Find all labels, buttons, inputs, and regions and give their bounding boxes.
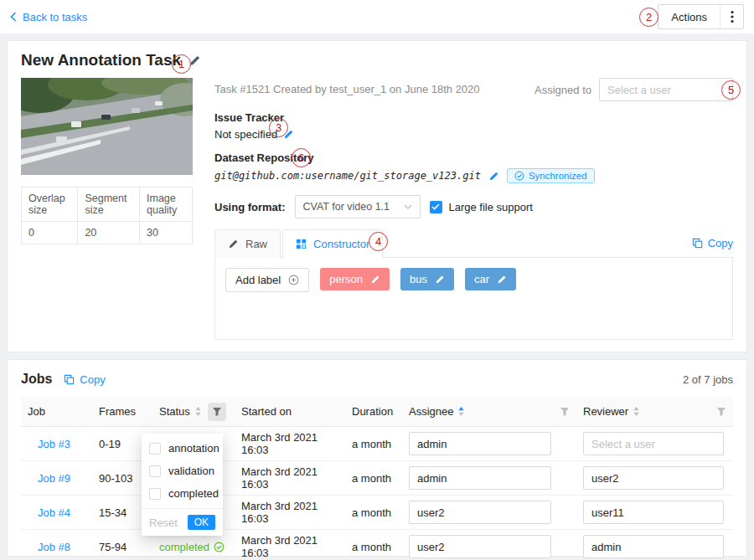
column-started: Started on [235, 405, 345, 418]
dataset-repository-url: git@github.com:username/git_storage_v123… [214, 170, 481, 182]
issue-tracker-label: Issue Tracker [214, 111, 733, 124]
column-assignee[interactable]: Assignee [402, 405, 576, 418]
labels-copy-label: Copy [708, 237, 733, 249]
reviewer-input[interactable] [583, 432, 724, 455]
task-preview-column: Overlap size Segment size Image quality … [21, 78, 193, 340]
filter-reset-button[interactable]: Reset [149, 516, 178, 529]
filter-option-annotation[interactable]: annotation [142, 437, 223, 460]
filter-icon [212, 407, 222, 417]
chevron-left-icon [10, 12, 17, 22]
copy-icon [692, 238, 703, 249]
task-card: New Annotation Task [7, 40, 747, 352]
assignee-input[interactable] [409, 535, 551, 558]
job-link[interactable]: Job #8 [38, 541, 70, 553]
tab-raw[interactable]: Raw [214, 229, 281, 258]
reviewer-input[interactable] [583, 466, 724, 490]
param-value-quality: 30 [140, 222, 193, 244]
param-value-segment: 20 [78, 222, 140, 244]
filter-option-validation-label: validation [168, 465, 214, 477]
check-circle-icon [514, 171, 524, 181]
column-status[interactable]: Status [152, 403, 235, 421]
duration-cell: a month [345, 438, 402, 450]
large-file-checkbox[interactable] [430, 201, 442, 213]
checkbox-icon[interactable] [149, 465, 161, 477]
sorter-icon[interactable] [194, 406, 202, 417]
filter-option-completed[interactable]: completed [142, 482, 223, 505]
labels-copy-button[interactable]: Copy [692, 237, 733, 249]
task-meta: Task #1521 Created by test_user_1 on Jun… [214, 78, 480, 95]
pencil-icon[interactable] [370, 275, 380, 285]
column-frames: Frames [92, 405, 152, 418]
more-menu-button[interactable] [720, 5, 743, 28]
assignee-input[interactable] [409, 466, 551, 490]
duration-cell: a month [345, 472, 402, 485]
job-link[interactable]: Job #9 [38, 472, 70, 485]
assigned-to-input[interactable] [599, 78, 733, 101]
format-select[interactable]: CVAT for video 1.1 [295, 195, 421, 218]
add-label-button[interactable]: Add label [225, 268, 309, 292]
filter-option-completed-label: completed [168, 487, 219, 500]
large-file-label: Large file support [449, 201, 533, 213]
status-filter-button[interactable] [208, 403, 226, 421]
job-link[interactable]: Job #3 [38, 438, 70, 450]
checkbox-icon[interactable] [149, 488, 161, 500]
tab-constructor[interactable]: Constructor [282, 229, 383, 258]
reviewer-input[interactable] [583, 535, 724, 558]
param-header-quality: Image quality [140, 188, 193, 222]
callout-4: 4 [369, 232, 388, 251]
add-label-text: Add label [235, 274, 281, 286]
started-cell: March 3rd 2021 16:03 [235, 465, 345, 491]
sync-status-badge: Synchronized [507, 168, 595, 183]
actions-button[interactable]: Actions [658, 4, 744, 29]
job-link[interactable]: Job #4 [38, 506, 70, 519]
sync-badge-label: Synchronized [529, 171, 587, 181]
filter-option-validation[interactable]: validation [142, 460, 223, 482]
check-circle-icon [214, 542, 225, 552]
table-row: Job #4 15-34 March 3rd 2021 16:03 a mont… [21, 496, 733, 530]
table-row: Job #9 90-103 March 3rd 2021 16:03 a mon… [21, 461, 733, 496]
edit-repository-icon[interactable] [488, 171, 499, 182]
label-chip-car-text: car [474, 273, 489, 285]
filter-option-annotation-label: annotation [168, 442, 219, 455]
pencil-icon[interactable] [435, 275, 445, 285]
label-chip-bus[interactable]: bus [400, 268, 454, 290]
label-chip-person[interactable]: person [320, 268, 390, 290]
sorter-icon[interactable] [457, 406, 465, 417]
reviewer-input[interactable] [583, 501, 724, 524]
pencil-icon[interactable] [497, 275, 507, 285]
column-reviewer[interactable]: Reviewer [576, 405, 733, 418]
jobs-copy-label: Copy [80, 373, 105, 386]
assignee-input[interactable] [409, 432, 551, 455]
started-cell: March 3rd 2021 16:03 [235, 500, 345, 525]
jobs-copy-button[interactable]: Copy [64, 373, 105, 386]
issue-tracker-value: Not specified [214, 128, 277, 141]
filter-ok-button[interactable]: OK [188, 515, 215, 530]
table-row: Job #8 75-94 completed March 3rd 2021 16… [21, 530, 733, 560]
task-params-table: Overlap size Segment size Image quality … [21, 187, 193, 244]
callout-1: 1 [172, 54, 191, 74]
format-select-value: CVAT for video 1.1 [303, 201, 404, 213]
duration-cell: a month [345, 541, 402, 553]
callout-2: 2 [639, 8, 658, 27]
callout-5: 5 [721, 80, 741, 100]
checkbox-icon[interactable] [149, 443, 161, 455]
jobs-count: 2 of 7 jobs [683, 373, 733, 386]
reviewer-filter-button[interactable] [716, 407, 726, 417]
chevron-down-icon [404, 204, 412, 209]
started-cell: March 3rd 2021 16:03 [235, 431, 345, 456]
status-cell: completed [159, 541, 225, 553]
assignee-filter-button[interactable] [560, 407, 570, 417]
column-status-label: Status [159, 405, 190, 418]
column-assignee-label: Assignee [409, 405, 453, 418]
label-chip-car[interactable]: car [465, 268, 516, 290]
back-label: Back to tasks [23, 11, 87, 23]
tab-raw-label: Raw [245, 238, 267, 250]
back-link[interactable]: Back to tasks [10, 11, 87, 23]
label-chip-person-text: person [329, 273, 363, 285]
assignee-input[interactable] [409, 501, 551, 524]
sorter-icon[interactable] [633, 406, 640, 417]
column-reviewer-label: Reviewer [583, 405, 628, 418]
label-editor-tabs: Raw Constructor Copy [214, 229, 733, 258]
callout-3: 3 [269, 118, 288, 137]
more-icon [731, 10, 734, 23]
